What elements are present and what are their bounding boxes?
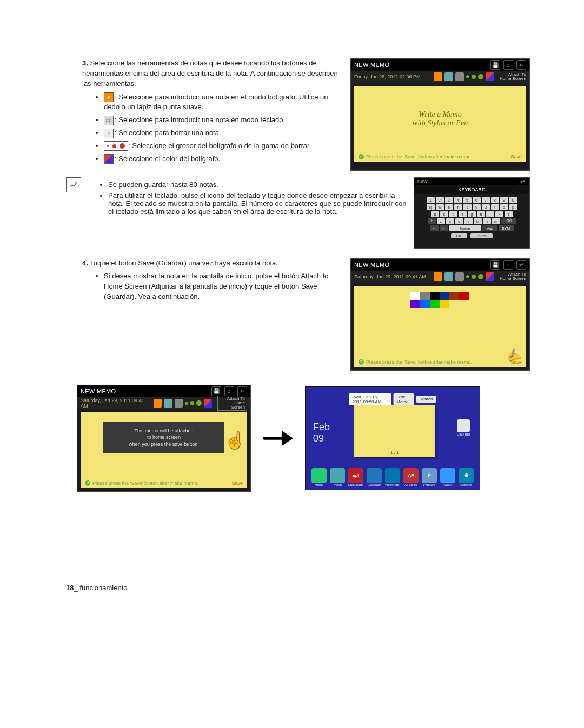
shot3-hint: Please press the 'Save' button after mak…: [92, 480, 198, 486]
toolbar-dot-l[interactable]: [196, 400, 202, 406]
attach-home-label[interactable]: Attach To Home Screen: [500, 272, 526, 281]
dock-app[interactable]: [367, 468, 382, 483]
page-footer: 18_ funcionamiento: [66, 584, 530, 592]
palette-swatch[interactable]: [410, 292, 420, 300]
shot1-hint: Please press the 'Save' button after mak…: [366, 154, 472, 159]
dock-app-label: WeatherBug: [385, 483, 400, 486]
save-disk-icon[interactable]: 💾: [490, 260, 500, 270]
dock-app-label: Pandora: [422, 483, 437, 486]
attached-memo[interactable]: 1 / 1: [354, 405, 435, 457]
home-datetime: Wed, Feb 16, 2011 09:58 AM: [349, 393, 391, 405]
step3-text: Seleccione las herramientas de notas que…: [82, 59, 338, 88]
back-icon[interactable]: ↩: [516, 60, 526, 70]
color-tool-icon: [104, 154, 114, 164]
attach-home-label[interactable]: Attach To Home Screen: [500, 72, 526, 81]
attach-home-label[interactable]: Attach To Home Screen: [217, 396, 247, 411]
palette-swatch[interactable]: [449, 292, 459, 300]
palette-swatch[interactable]: [440, 300, 449, 308]
save-disk-icon[interactable]: 💾: [211, 386, 221, 396]
dock-app[interactable]: [440, 468, 455, 483]
note-line-2: Para utilizar el teclado, pulse el icono…: [108, 191, 408, 216]
step4-sub: Si desea mostrar la nota en la pantalla …: [104, 271, 340, 302]
dock-app[interactable]: [311, 468, 327, 483]
screenshot-keyboard: NEW↩ KEYBOARD 1234567890 qwertyuiop asdf…: [414, 177, 530, 249]
palette-swatch[interactable]: [430, 300, 440, 308]
shot2-date: Saturday, Jan 29, 2011 09:41 AM: [354, 274, 426, 279]
dock-app[interactable]: ⚙: [459, 468, 474, 483]
dock-app-label: Calendar: [367, 483, 382, 486]
toolbar-color-icon[interactable]: [486, 72, 494, 81]
toolbar-dot-m[interactable]: [190, 401, 195, 405]
detach-button[interactable]: Detach: [416, 396, 436, 403]
tool-eraser-desc: : Seleccione para borrar una nota.: [115, 129, 221, 137]
toolbar-eraser-icon[interactable]: [455, 272, 464, 281]
home-icon[interactable]: ⌂: [503, 260, 513, 270]
palette-swatch[interactable]: [459, 292, 469, 300]
kb-ok[interactable]: OK: [451, 233, 467, 238]
home-month-day: Feb 09: [313, 422, 330, 444]
hide-memo-button[interactable]: Hide Memo: [393, 393, 414, 405]
toolbar-eraser-icon[interactable]: [455, 72, 464, 81]
palette-swatch[interactable]: [430, 292, 440, 300]
toolbar-kbd-icon[interactable]: [444, 272, 453, 281]
kb-row-3[interactable]: asdfghjkl: [417, 211, 526, 217]
toolbar-dot-s[interactable]: [466, 75, 469, 78]
shot1-save[interactable]: Save: [510, 154, 522, 159]
toolbar-kbd-icon[interactable]: [164, 399, 172, 408]
dock-app[interactable]: [330, 468, 345, 483]
toolbar-dot-m[interactable]: [472, 275, 476, 279]
note-box-icon: [66, 177, 81, 192]
stroke-size-icon: [104, 141, 128, 151]
dock-app-label: Photos: [330, 483, 345, 486]
tool-size-desc: : Seleccione el grosor del bolígrafo o d…: [128, 142, 311, 150]
toolbar-dot-s[interactable]: [466, 275, 469, 278]
keyboard-tool-icon: [104, 116, 114, 125]
toolbar-dot-l[interactable]: [478, 74, 483, 79]
tool-kbd-desc: : Seleccione para introducir una nota en…: [115, 116, 285, 124]
back-icon[interactable]: ↩: [237, 386, 247, 396]
toolbar-color-icon[interactable]: [204, 399, 212, 408]
dock-app-label: Epicurious: [348, 483, 363, 486]
toolbar-dot-m[interactable]: [472, 75, 476, 79]
memo-placeholder-2: with Stylus or Pen: [413, 119, 468, 128]
toolbar-dot-s[interactable]: [185, 402, 188, 405]
toolbar-kbd-icon[interactable]: [444, 72, 453, 81]
step4-number: 4.: [82, 259, 88, 267]
palette-swatch[interactable]: [440, 292, 449, 300]
kb-cancel[interactable]: Cancel: [470, 233, 493, 238]
hint-icon: ?: [85, 480, 90, 486]
toolbar-dot-l[interactable]: [478, 274, 483, 279]
toolbar-pen-icon[interactable]: [154, 399, 162, 408]
palette-swatch[interactable]: [410, 300, 420, 308]
color-palette[interactable]: [410, 292, 470, 308]
dock-app-label: Ap News: [403, 483, 419, 486]
toolbar-eraser-icon[interactable]: [175, 399, 183, 408]
dock-app[interactable]: P: [422, 468, 437, 483]
dock-app[interactable]: AP: [403, 468, 419, 483]
toolbar-color-icon[interactable]: [486, 272, 494, 281]
dock-app[interactable]: [385, 468, 400, 483]
screenshot-home-screen: Wed, Feb 16, 2011 09:58 AM Hide Memo Det…: [305, 386, 480, 490]
shot1-date: Friday, Jan 28, 2011 02:06 PM: [354, 74, 420, 79]
cabinet-label: Cabinet: [457, 432, 470, 436]
screenshot-color-palette: NEW MEMO 💾 ⌂ ↩ Saturday, Jan 29, 2011 09…: [350, 258, 530, 371]
home-icon[interactable]: ⌂: [503, 60, 513, 70]
screenshot-attach-confirm: NEW MEMO 💾 ⌂ ↩ Saturday, Jan 29, 2011 09…: [77, 385, 251, 492]
back-icon[interactable]: ↩: [516, 260, 526, 270]
palette-swatch[interactable]: [420, 292, 430, 300]
toolbar-pen-icon[interactable]: [434, 272, 442, 281]
save-disk-icon[interactable]: 💾: [490, 60, 500, 70]
dock-app[interactable]: epi: [348, 468, 363, 483]
kb-row-4[interactable]: ⇧zxcvbnm⌫: [417, 218, 526, 224]
hint-icon: ?: [359, 154, 364, 159]
cabinet-icon[interactable]: [457, 419, 470, 432]
home-icon[interactable]: ⌂: [224, 386, 234, 396]
kb-row-5[interactable]: ←→SpaceA/aSYM: [417, 225, 526, 231]
dock-app-label: Memo: [311, 483, 327, 486]
palette-swatch[interactable]: [420, 300, 430, 308]
shot3-save[interactable]: Save: [231, 480, 243, 486]
toolbar-pen-icon[interactable]: [434, 72, 442, 81]
kb-row-1[interactable]: 1234567890: [417, 197, 526, 203]
hint-icon: ?: [359, 359, 364, 365]
kb-row-2[interactable]: qwertyuiop: [417, 204, 526, 210]
